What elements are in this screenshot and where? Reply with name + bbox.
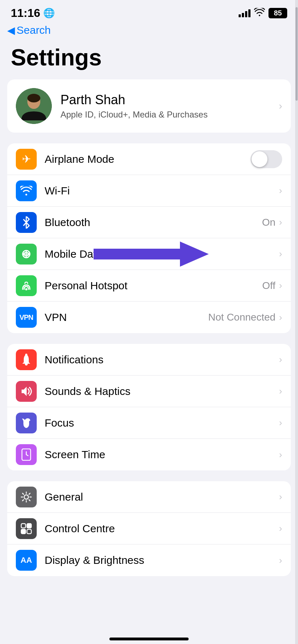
avatar [16,88,52,124]
row-mobile-data[interactable]: Mobile Data › [7,238,291,270]
general-icon [16,487,37,507]
section-connectivity: ✈ Airplane Mode Wi-Fi › Bluetooth On [7,143,291,333]
signal-bar-4 [248,9,250,17]
row-bluetooth[interactable]: Bluetooth On › [7,207,291,238]
focus-label: Focus [45,417,279,429]
svg-rect-12 [27,524,31,528]
display-brightness-icon: AA [16,550,37,571]
row-control-centre[interactable]: Control Centre › [7,513,291,544]
back-link[interactable]: ◀ Search [7,24,291,36]
page-title: Settings [0,41,298,79]
profile-subtitle: Apple ID, iCloud+, Media & Purchases [60,110,270,120]
section-system: General › Control Centre › AA Display & … [7,481,291,576]
screen-time-chevron-icon: › [279,449,282,460]
home-bar [109,638,189,640]
profile-info: Parth Shah Apple ID, iCloud+, Media & Pu… [60,92,270,120]
focus-icon [16,413,37,433]
vpn-icon: VPN [16,307,37,328]
scrollbar[interactable] [295,0,298,644]
mobile-data-icon [16,244,37,264]
personal-hotspot-icon [16,275,37,296]
wifi-status-icon [254,8,265,19]
svg-rect-11 [21,524,26,528]
personal-hotspot-value: Off [262,280,275,291]
svg-point-10 [24,495,28,499]
svg-rect-14 [27,529,31,534]
row-sounds-haptics[interactable]: Sounds & Haptics › [7,376,291,407]
control-centre-chevron-icon: › [279,523,282,534]
personal-hotspot-label: Personal Hotspot [45,280,262,292]
airplane-mode-icon: ✈ [16,149,37,170]
profile-chevron-icon: › [279,100,282,112]
general-label: General [45,491,279,503]
row-screen-time[interactable]: Screen Time › [7,439,291,470]
scrollbar-thumb[interactable] [295,7,298,101]
wifi-label: Wi-Fi [45,185,275,197]
svg-point-7 [25,288,27,290]
profile-card[interactable]: Parth Shah Apple ID, iCloud+, Media & Pu… [7,79,291,133]
svg-point-8 [25,354,27,356]
bluetooth-icon [16,212,37,233]
sounds-haptics-label: Sounds & Haptics [45,385,279,397]
row-personal-hotspot[interactable]: Personal Hotspot Off › [7,270,291,302]
row-focus[interactable]: Focus › [7,407,291,439]
airplane-mode-toggle-knob [252,151,267,167]
globe-icon: 🌐 [43,8,55,19]
general-chevron-icon: › [279,491,282,502]
vpn-value: Not Connected [208,312,276,323]
notifications-label: Notifications [45,354,279,366]
section-notifications: Notifications › Sounds & Haptics › Focus… [7,344,291,470]
back-navigation[interactable]: ◀ Search [0,23,298,41]
svg-marker-6 [94,242,209,267]
display-brightness-chevron-icon: › [279,555,282,566]
screen-time-icon [16,444,37,465]
vpn-label: VPN [45,311,208,323]
back-label: Search [17,24,51,36]
mobile-data-chevron-icon: › [279,248,282,259]
row-vpn[interactable]: VPN VPN Not Connected › [7,302,291,333]
row-general[interactable]: General › [7,481,291,513]
notifications-chevron-icon: › [279,354,282,365]
battery-indicator: 85 [268,8,287,18]
svg-point-2 [27,94,40,102]
profile-name: Parth Shah [60,92,270,107]
display-brightness-label: Display & Brightness [45,554,279,566]
row-display-brightness[interactable]: AA Display & Brightness › [7,544,291,576]
notifications-icon [16,349,37,370]
sounds-haptics-chevron-icon: › [279,386,282,397]
status-bar: 11:16 🌐 85 [0,0,298,23]
screen-time-label: Screen Time [45,448,279,461]
row-airplane-mode[interactable]: ✈ Airplane Mode [7,143,291,175]
status-left: 11:16 🌐 [11,6,55,20]
vpn-chevron-icon: › [279,312,282,323]
focus-chevron-icon: › [279,417,282,428]
row-notifications[interactable]: Notifications › [7,344,291,376]
svg-rect-13 [21,529,26,534]
wifi-icon [16,180,37,201]
signal-bar-3 [245,11,247,17]
personal-hotspot-chevron-icon: › [279,280,282,291]
avatar-placeholder [16,88,52,124]
signal-bar-1 [239,14,241,17]
status-time: 11:16 [11,6,40,20]
signal-bar-2 [242,13,244,17]
signal-bars [239,9,250,17]
airplane-mode-toggle[interactable] [250,150,282,168]
control-centre-label: Control Centre [45,523,279,535]
bluetooth-chevron-icon: › [279,217,282,228]
airplane-mode-label: Airplane Mode [45,153,250,165]
control-centre-icon [16,518,37,539]
bluetooth-value: On [262,217,275,228]
mobile-data-arrow-annotation [94,240,209,268]
sounds-haptics-icon [16,381,37,402]
bluetooth-label: Bluetooth [45,216,262,229]
home-indicator [0,632,298,644]
back-arrow-icon: ◀ [7,24,15,36]
status-right: 85 [239,8,287,19]
row-wifi[interactable]: Wi-Fi › [7,175,291,207]
wifi-chevron-icon: › [279,185,282,196]
